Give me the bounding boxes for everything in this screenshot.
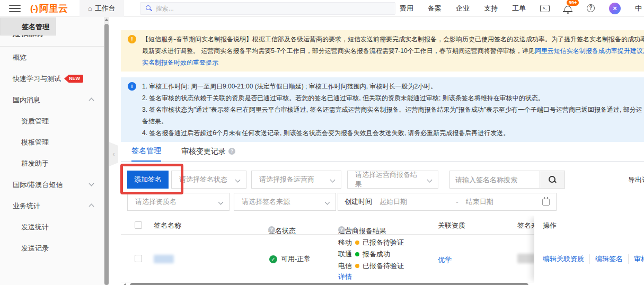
row-checkbox[interactable]: [135, 255, 142, 262]
info-icon: i: [128, 82, 136, 91]
aliyun-logo[interactable]: (-) 阿里云: [30, 2, 68, 15]
select-signature-source[interactable]: 请选择签名来源: [234, 193, 336, 211]
chevron-down-icon: [427, 177, 433, 182]
sidebar-item-label: 国内消息: [13, 96, 40, 104]
warning-icon: !: [128, 35, 136, 43]
select-signature-status[interactable]: 请选择签名状态: [171, 171, 246, 189]
export-records-link[interactable]: 导出记录: [628, 175, 644, 185]
sidebar-item-domestic-sms[interactable]: 国内消息: [0, 90, 109, 110]
carrier-line-telecom: 电信 已报备待验证: [338, 261, 404, 271]
avatar[interactable]: ×: [609, 3, 621, 14]
sidebar-item-overview[interactable]: 概览: [0, 47, 109, 68]
nav-support[interactable]: 支持: [484, 4, 498, 13]
info-line-4: 备结果。: [142, 115, 639, 127]
sidebar-item-biz-stats[interactable]: 业务统计: [0, 195, 109, 216]
info-line-3: 3. 签名审核状态为"通过"表示签名已在阿里云平台审核通过, 签名还需完成运营商…: [142, 104, 639, 115]
tab-audit-change-records[interactable]: 审核变更记录 ?: [181, 146, 235, 161]
detail-link[interactable]: 详情: [338, 272, 352, 282]
sidebar-item-send-stats[interactable]: 发送统计: [0, 217, 109, 237]
status-dot-green: [355, 252, 359, 256]
date-end-placeholder[interactable]: 结束日期: [466, 197, 535, 207]
nav-billing[interactable]: 费用: [400, 4, 413, 13]
sidebar-item-qualification[interactable]: 资质管理: [0, 111, 109, 131]
global-search-input[interactable]: [156, 5, 390, 12]
global-search[interactable]: [140, 2, 395, 15]
signature-search-input[interactable]: [449, 171, 540, 189]
warning-link-1[interactable]: 阿里云短信实名制报备成功率提升建议及: [535, 47, 644, 55]
hamburger-menu-icon[interactable]: [9, 5, 21, 12]
warning-link-2[interactable]: 实名制报备时效的重要提示: [142, 59, 218, 66]
chevron-down-icon: [325, 199, 330, 204]
top-header: (-) 阿里云 ⌂ 工作台 费用 备案 企业 支持 工单 >_ 99+ ? × …: [0, 0, 644, 17]
add-signature-button[interactable]: 添加签名: [127, 171, 169, 189]
status-label: 可用-正常: [281, 254, 311, 264]
edit-signature-action[interactable]: 编辑签名: [589, 254, 628, 264]
sidebar-item-send-records[interactable]: 发送记录: [0, 238, 109, 259]
chevron-down-icon: [330, 177, 336, 182]
warning-line2: 最新要求进行调整。 运营商实名报备平均需要5-7个工作日，部分运营商实名报备流程…: [142, 45, 639, 57]
sidebar-item-intl-sms[interactable]: 国际/港澳台短信: [0, 174, 109, 195]
workspace-tab[interactable]: ⌂ 工作台: [80, 0, 124, 17]
info-banner: i 1. 审核工作时间: 周一至周日9:00-21:00 (法定节假日顺延) ;…: [121, 77, 644, 142]
nav-icp[interactable]: 备案: [428, 4, 442, 13]
nav-ticket[interactable]: 工单: [512, 4, 526, 13]
select-all-checkbox[interactable]: [135, 221, 142, 229]
calendar-icon[interactable]: [542, 199, 550, 206]
logo-text: 阿里云: [39, 2, 68, 15]
carrier-line-mobile: 移动 已报备待验证: [338, 238, 404, 247]
sidebar: 短信服务 概览 快速学习与测试NEW 国内消息 资质管理 签名管理 模板管理 群…: [0, 17, 109, 285]
creation-date-range[interactable]: 创建时间 起始日期 - 结束日期: [338, 193, 557, 211]
select-qualification-name[interactable]: 请选择资质名: [127, 193, 230, 211]
help-circle-icon[interactable]: ?: [228, 148, 235, 155]
status-badge: ✓ 可用-正常: [269, 254, 311, 264]
edit-qualification-action[interactable]: 编辑关联资质: [543, 254, 589, 264]
date-start-placeholder[interactable]: 起始日期: [380, 197, 448, 207]
scrollbar-thumb[interactable]: [104, 24, 109, 285]
carrier-state: 报备成功: [363, 250, 390, 259]
select-placeholder: 请选择签名状态: [179, 175, 227, 184]
sidebar-item-template[interactable]: 模板管理: [0, 132, 109, 153]
cloudshell-icon[interactable]: >_: [540, 5, 550, 12]
date-label: 创建时间: [345, 197, 372, 207]
help-circle-icon[interactable]: ?: [268, 226, 275, 233]
language-switch-clipped[interactable]: 中: [635, 4, 644, 13]
col-signature-name: 签名名称: [154, 221, 181, 230]
carrier-state: 已报备待验证: [363, 261, 404, 271]
info-line-1: 1. 审核工作时间: 周一至周日9:00-21:00 (法定节假日顺延) ; 审…: [142, 81, 639, 92]
carrier-name: 移动: [338, 238, 352, 247]
logo-bracket-icon: (-): [30, 4, 38, 14]
hscrollbar-thumb[interactable]: [130, 283, 528, 285]
blurred-signature-source: [517, 254, 535, 263]
date-separator: -: [456, 198, 458, 206]
header-nav: 费用 备案 企业 支持 工单 >_ 99+ ? × 中: [400, 3, 644, 14]
search-icon: [146, 5, 152, 11]
notification-bell-icon[interactable]: 99+: [564, 4, 572, 13]
col-actions: 操作: [543, 221, 557, 230]
scroll-up-arrow-icon[interactable]: [104, 19, 109, 21]
toolbar-row-2: 请选择资质名 请选择签名来源 创建时间 起始日期 - 结束日期: [121, 193, 644, 211]
nav-enterprise[interactable]: 企业: [456, 4, 470, 13]
sidebar-item-label: 国际/港澳台短信: [13, 181, 63, 189]
horizontal-scrollbar[interactable]: [121, 282, 644, 285]
help-icon[interactable]: ?: [587, 4, 595, 12]
search-button[interactable]: [540, 171, 565, 189]
sidebar-item-signature[interactable]: 签名管理: [0, 17, 56, 35]
select-report-carrier[interactable]: 请选择报备运营商: [251, 171, 341, 189]
sidebar-item-quickstart[interactable]: 快速学习与测试NEW: [0, 68, 109, 89]
qualification-link[interactable]: 优学: [438, 255, 452, 265]
select-placeholder: 请选择签名来源: [242, 197, 290, 207]
sidebar-item-batch-assistant[interactable]: 群发助手: [0, 153, 109, 174]
carrier-line-unicom: 联通 报备成功: [338, 250, 390, 259]
help-circle-icon[interactable]: ?: [338, 226, 345, 233]
bell-icon: [564, 6, 571, 11]
select-carrier-report-result[interactable]: 请选择运营商报备结果: [347, 171, 438, 189]
chevron-up-icon: [89, 98, 94, 103]
tab-signature-management[interactable]: 签名管理: [131, 146, 161, 162]
sidebar-collapse-handle[interactable]: ‹: [109, 142, 118, 166]
audit-change-records-action[interactable]: 审核变更记录: [628, 254, 644, 264]
carrier-name: 电信: [338, 261, 352, 271]
select-placeholder: 请选择资质名: [135, 197, 177, 207]
notification-badge: 99+: [567, 0, 579, 6]
warning-line2-text: 最新要求进行调整。 运营商实名报备平均需要5-7个工作日，部分运营商实名报备流程…: [142, 47, 535, 55]
sidebar-scrollbar[interactable]: [104, 17, 109, 285]
